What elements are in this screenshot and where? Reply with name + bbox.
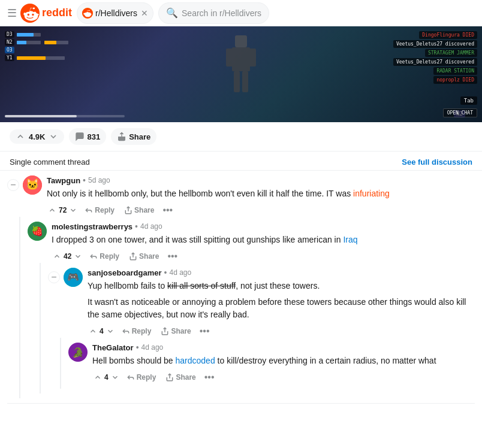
mini-vote-widget-sanjose: 4 [88, 327, 116, 335]
svg-text:🍓: 🍓 [31, 225, 43, 237]
reply-molesting-button[interactable]: Reply [86, 250, 123, 263]
comment-text-sanjose: Yup hellbomb fails to kill all sorts of … [88, 280, 475, 292]
see-full-discussion-link[interactable]: See full discussion [402, 158, 472, 167]
share-tawpgun-button[interactable]: Share [120, 204, 158, 217]
upvote-tawpgun-button[interactable] [47, 206, 58, 214]
comment-text-sanjose2: It wasn't as noticeable or annoying a pr… [88, 296, 475, 321]
share-label: Share [129, 132, 150, 141]
comment-time-thegalator: 4d ago [141, 343, 164, 352]
hud-topleft: D3 N2 O3 Y1 [5, 31, 68, 61]
comment-thegalator: 🐊 TheGalator • 4d ago [68, 338, 475, 389]
search-bar[interactable]: 🔍 Search in r/Helldivers [158, 2, 269, 24]
share-thegalator-button[interactable]: Share [162, 371, 199, 384]
collapse-sanjose-button[interactable]: − [48, 271, 60, 283]
downvote-thegalator-button[interactable] [110, 373, 120, 382]
comment-author-thegalator[interactable]: TheGalator [92, 343, 134, 352]
comment-text-molesting: I dropped 3 on one tower, and it was sti… [52, 234, 475, 246]
comment-meta-sanjose: sanjoseboardgamer • 4d ago [88, 268, 475, 277]
vote-count-thegalator: 4 [104, 373, 109, 382]
subreddit-icon [82, 8, 93, 19]
replies-tawpgun: 🍓 molestingstrawberrys • 4d ago I droppe… [19, 217, 475, 398]
share-button[interactable]: Share [111, 128, 156, 145]
thread-header: Single comment thread See full discussio… [0, 152, 482, 171]
svg-text:🐱: 🐱 [26, 178, 40, 191]
comment-time-tawpgun: 5d ago [88, 176, 110, 184]
reddit-logo[interactable]: reddit [20, 4, 72, 23]
progress-bar [5, 115, 125, 117]
comment-time-molesting: 4d ago [140, 222, 162, 231]
hud-event-died2: noproplz DIED [433, 76, 477, 84]
hud-event-discovered1: Veetus_Deletus27 discovered [393, 40, 477, 48]
vote-widget: 4.9K [10, 129, 64, 144]
upvote-button[interactable] [14, 132, 26, 141]
hamburger-icon[interactable]: ☰ [7, 7, 17, 20]
more-molesting-button[interactable]: ••• [165, 250, 180, 263]
comment-meta-molesting: molestingstrawberrys • 4d ago [52, 222, 475, 231]
subreddit-pill[interactable]: r/Helldivers ✕ [77, 2, 153, 24]
comment-tawpgun: − 🐱 Tawpgun • 5d ago Not only is it hell… [7, 171, 475, 404]
more-sanjose-button[interactable]: ••• [197, 325, 212, 338]
comment-molesting: 🍓 molestingstrawberrys • 4d ago I droppe… [28, 217, 475, 398]
comment-sanjose: − 🎮 sanjoseboardgamer • 4d ago [48, 263, 475, 393]
video-thumbnail: D3 N2 O3 Y1 DingoFlingura DIED Veetus_De… [0, 26, 482, 122]
reply-thegalator-button[interactable]: Reply [123, 371, 160, 384]
downvote-tawpgun-button[interactable] [68, 206, 79, 214]
avatar-tawpgun: 🐱 [23, 175, 42, 195]
collapse-tawpgun-button[interactable]: − [7, 179, 19, 191]
svg-text:🎮: 🎮 [67, 271, 79, 283]
hud-event-radar: RADAR STATION [433, 67, 477, 75]
share-molesting-button[interactable]: Share [125, 250, 162, 263]
comment-content-molesting: molestingstrawberrys • 4d ago I dropped … [52, 222, 475, 263]
header-left: ☰ reddit [7, 4, 72, 23]
replies-molesting: − 🎮 sanjoseboardgamer • 4d ago [40, 263, 475, 393]
replies-sanjose: 🐊 TheGalator • 4d ago [60, 338, 475, 389]
vote-count: 4.9K [29, 132, 45, 141]
reply-sanjose-button[interactable]: Reply [118, 325, 155, 338]
pill-close-icon[interactable]: ✕ [141, 8, 148, 18]
search-placeholder: Search in r/Helldivers [182, 8, 261, 18]
hud-event-jammer: STRATAGEM JAMMER [425, 49, 477, 57]
upvote-molesting-button[interactable] [52, 252, 62, 261]
mini-vote-widget-molesting: 42 [52, 252, 83, 261]
comments-section: − 🐱 Tawpgun • 5d ago Not only is it hell… [0, 171, 482, 404]
comment-author-sanjose[interactable]: sanjoseboardgamer [88, 268, 162, 277]
reddit-snoo-icon [20, 4, 40, 23]
upvote-thegalator-button[interactable] [92, 373, 103, 382]
comment-actions-molesting: 42 Reply Share [52, 250, 475, 263]
more-tawpgun-button[interactable]: ••• [160, 204, 175, 217]
avatar-sanjose: 🎮 [64, 268, 83, 287]
comment-time-sanjose: 4d ago [169, 268, 191, 277]
comment-actions-tawpgun: 72 Reply Share ••• [47, 204, 475, 217]
comment-meta-thegalator: TheGalator • 4d ago [92, 343, 475, 352]
chat-box[interactable]: OPEN CHAT [443, 108, 477, 117]
comment-author-molesting[interactable]: molestingstrawberrys [52, 222, 132, 231]
upvote-sanjose-button[interactable] [88, 327, 98, 335]
downvote-button[interactable] [47, 132, 59, 141]
comment-actions-thegalator: 4 Reply [92, 371, 475, 384]
reddit-wordmark: reddit [42, 7, 72, 19]
downvote-molesting-button[interactable] [73, 252, 83, 261]
post-actions: 4.9K 831 Share [0, 122, 482, 152]
search-icon: 🔍 [166, 7, 178, 19]
mini-vote-widget-tawpgun: 72 [47, 206, 79, 214]
more-thegalator-button[interactable]: ••• [202, 371, 217, 384]
comment-content-sanjose: sanjoseboardgamer • 4d ago Yup hellbomb … [88, 268, 475, 338]
vote-count-molesting: 42 [64, 252, 71, 261]
thread-header-title: Single comment thread [10, 158, 90, 167]
share-sanjose-button[interactable]: Share [157, 325, 194, 338]
hud-overlay: D3 N2 O3 Y1 DingoFlingura DIED Veetus_De… [0, 26, 482, 122]
comment-button[interactable]: 831 [69, 128, 106, 145]
comment-count: 831 [87, 132, 100, 141]
comment-text-tawpgun: Not only is it hellbomb only, but the he… [47, 187, 475, 200]
comment-meta-tawpgun: Tawpgun • 5d ago [47, 175, 475, 185]
hud-topright: DingoFlingura DIED Veetus_Deletus27 disc… [393, 31, 477, 84]
reply-tawpgun-button[interactable]: Reply [81, 204, 118, 217]
header: ☰ reddit r/Helldivers ✕ 🔍 Search in r/He… [0, 0, 482, 26]
tab-label: Tab [460, 95, 477, 104]
avatar-thegalator: 🐊 [68, 343, 88, 362]
comment-author-tawpgun[interactable]: Tawpgun [47, 176, 80, 185]
avatar-molesting: 🍓 [28, 222, 47, 241]
downvote-sanjose-button[interactable] [105, 327, 116, 335]
comment-text-thegalator: Hell bombs should be hardcoded to kill/d… [92, 355, 475, 367]
subreddit-name: r/Helldivers [95, 8, 137, 18]
